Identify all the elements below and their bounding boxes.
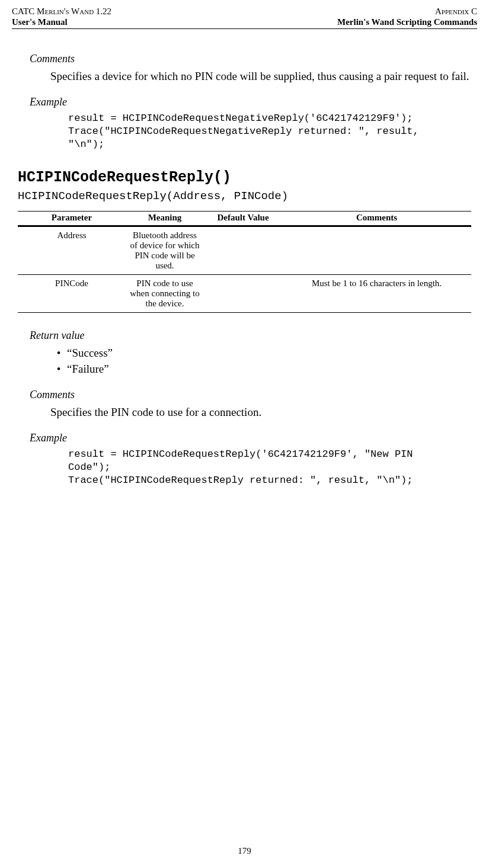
table-row: Address Bluetooth address of device for … [18,226,471,274]
content: Comments Specifies a device for which no… [12,29,477,487]
cell-parameter: Address [18,226,126,274]
return-value-item: “Failure” [67,363,109,375]
page: CATC Merlin's Wand 1.22 Appendix C User'… [0,0,489,868]
list-item: “Success” [50,345,471,361]
return-value-list: “Success” “Failure” [50,345,471,377]
header-sub-row: User's Manual Merlin's Wand Scripting Co… [12,17,477,27]
comments-label-2: Comments [30,389,471,401]
th-meaning: Meaning [126,211,204,226]
header-sub-left: User's Manual [12,17,68,27]
cell-meaning: PIN code to use when connecting to the d… [126,274,204,312]
example-code-1: result = HCIPINCodeRequestNegativeReply(… [68,112,471,151]
example-label-1: Example [30,96,471,108]
function-heading: HCIPINCodeRequestReply() [18,169,471,186]
cell-meaning: Bluetooth address of device for which PI… [126,226,204,274]
th-parameter: Parameter [18,211,126,226]
comments-text-1: Specifies a device for which no PIN code… [50,69,471,84]
return-value-label: Return value [30,329,471,342]
th-comments: Comments [282,211,471,226]
header-top-row: CATC Merlin's Wand 1.22 Appendix C [12,6,477,17]
example-code-2: result = HCIPINCodeRequestReply('6C42174… [68,448,471,487]
cell-default [204,226,282,274]
cell-comments [282,226,471,274]
comments-text-2: Specifies the PIN code to use for a conn… [50,405,471,420]
table-header-row: Parameter Meaning Default Value Comments [18,211,471,226]
header-top-left: CATC Merlin's Wand 1.22 [12,6,111,17]
parameter-table: Parameter Meaning Default Value Comments… [18,211,471,313]
comments-label-1: Comments [30,53,471,65]
page-number: 179 [0,846,489,856]
th-default: Default Value [204,211,282,226]
list-item: “Failure” [50,361,471,377]
cell-default [204,274,282,312]
example-label-2: Example [30,432,471,444]
return-value-item: “Success” [67,347,113,359]
cell-parameter: PINCode [18,274,126,312]
table-row: PINCode PIN code to use when connecting … [18,274,471,312]
cell-comments: Must be 1 to 16 characters in length. [282,274,471,312]
function-signature: HCIPINCodeRequestReply(Address, PINCode) [18,190,471,203]
header-sub-right: Merlin's Wand Scripting Commands [337,17,477,27]
header-top-right: Appendix C [435,6,477,17]
